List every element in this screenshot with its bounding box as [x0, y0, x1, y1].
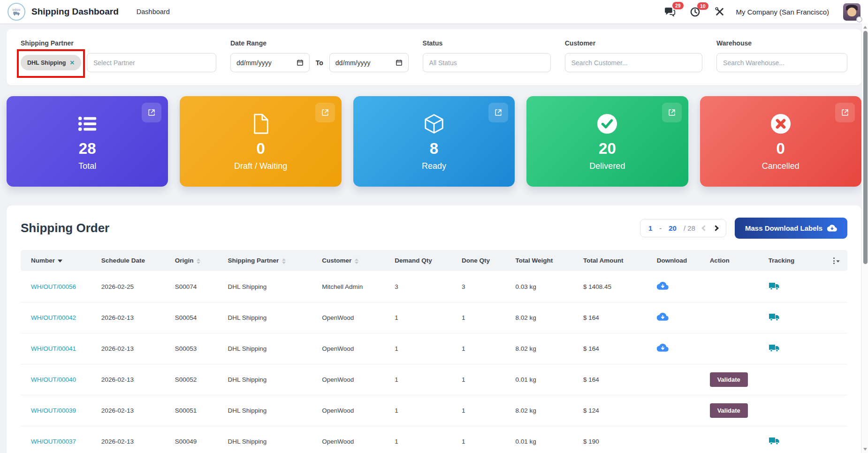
table-row[interactable]: WH/OUT/00041 2026-02-13 S00053 DHL Shipp…: [21, 333, 847, 364]
page-start[interactable]: 1: [648, 224, 652, 232]
date-from-input[interactable]: dd/mm/yyyy: [230, 53, 310, 72]
column-header[interactable]: Total Amount: [579, 250, 653, 271]
date-to-input[interactable]: dd/mm/yyyy: [329, 53, 409, 72]
table-row[interactable]: WH/OUT/00039 2026-02-13 S00051 DHL Shipp…: [21, 395, 847, 426]
activities-button[interactable]: 10: [690, 7, 700, 17]
stat-card-label: Ready: [422, 161, 446, 171]
cell-origin: S00051: [171, 395, 224, 426]
table-row[interactable]: WH/OUT/00037 2026-02-13 S00049 DHL Shipp…: [21, 426, 847, 453]
column-header[interactable]: Origin: [171, 250, 224, 271]
cell-total-weight: 0.01 kg: [512, 364, 579, 395]
stat-card-value: 0: [256, 140, 265, 157]
nav-item-dashboard[interactable]: Dashboard: [137, 8, 170, 15]
cell-schedule-date: 2026-02-25: [98, 271, 171, 302]
column-header[interactable]: Action: [706, 250, 765, 271]
sort-icon: [355, 258, 358, 264]
cell-gear: [822, 271, 847, 302]
external-link-icon: [147, 108, 156, 117]
column-header[interactable]: Download: [653, 250, 706, 271]
stat-card-ready[interactable]: 8 Ready: [353, 96, 515, 187]
download-label-icon[interactable]: [657, 342, 669, 354]
column-header[interactable]: Schedule Date: [98, 250, 171, 271]
cell-demand-qty: 1: [391, 302, 458, 333]
shipping-order-panel: Shipping Order 1 - 20 / 28 Mass Download…: [7, 205, 861, 453]
cell-download: [653, 426, 706, 453]
cell-demand-qty: 1: [391, 395, 458, 426]
debug-tools-button[interactable]: [715, 7, 725, 17]
sort-icon: [282, 258, 286, 264]
order-number-link[interactable]: WH/OUT/00037: [31, 438, 76, 445]
cell-total-amount: $ 164: [579, 333, 653, 364]
column-header[interactable]: Total Weight: [512, 250, 579, 271]
stat-card-draft[interactable]: 0 Draft / Waiting: [180, 96, 341, 187]
page-scrollbar[interactable]: [861, 23, 868, 453]
column-settings-button[interactable]: [822, 250, 847, 271]
column-header[interactable]: Shipping Partner: [224, 250, 318, 271]
messages-button[interactable]: 29: [664, 6, 676, 18]
status-select[interactable]: [423, 53, 551, 72]
download-label-icon[interactable]: [657, 280, 669, 292]
cell-schedule-date: 2026-02-13: [98, 333, 171, 364]
stat-card-cancelled[interactable]: 0 Cancelled: [700, 96, 861, 187]
order-number-link[interactable]: WH/OUT/00039: [31, 407, 76, 414]
open-records-button[interactable]: [488, 103, 508, 122]
table-row[interactable]: WH/OUT/00042 2026-02-13 S00054 DHL Shipp…: [21, 302, 847, 333]
cell-customer: OpenWood: [318, 364, 391, 395]
validate-button[interactable]: Validate: [710, 403, 748, 418]
chip-remove-icon[interactable]: ✕: [69, 59, 74, 66]
column-header[interactable]: Done Qty: [458, 250, 512, 271]
cell-total-weight: 8.02 kg: [512, 333, 579, 364]
dhl-shipping-chip[interactable]: DHL Shipping ✕: [21, 55, 81, 70]
order-number-link[interactable]: WH/OUT/00056: [31, 283, 76, 290]
cloud-download-icon: [827, 223, 837, 233]
shipping-partner-label: Shipping Partner: [21, 39, 216, 47]
open-records-button[interactable]: [315, 103, 335, 122]
cell-schedule-date: 2026-02-13: [98, 364, 171, 395]
column-header[interactable]: Demand Qty: [391, 250, 458, 271]
stat-card-delivered[interactable]: 20 Delivered: [526, 96, 688, 187]
partner-select-input[interactable]: [87, 53, 216, 72]
table-row[interactable]: WH/OUT/00040 2026-02-13 S00052 DHL Shipp…: [21, 364, 847, 395]
user-avatar[interactable]: [843, 3, 860, 21]
column-header[interactable]: Number: [21, 250, 98, 271]
logo-truck-icon: [13, 11, 21, 15]
mass-download-labels-button[interactable]: Mass Download Labels: [735, 218, 847, 239]
scroll-up-arrow[interactable]: [863, 26, 867, 29]
stat-card-icon: [76, 112, 98, 136]
odoo-logo-icon[interactable]: odoo: [8, 3, 25, 21]
page-end[interactable]: 20: [669, 224, 677, 232]
cell-gear: [822, 395, 847, 426]
open-records-button[interactable]: [142, 103, 161, 122]
open-records-button[interactable]: [662, 103, 682, 122]
stat-card-value: 0: [777, 140, 785, 157]
stat-card-total[interactable]: 28 Total: [7, 96, 168, 187]
company-name[interactable]: My Company (San Francisco): [736, 8, 829, 16]
prev-page-button[interactable]: [701, 225, 708, 231]
cell-download: [653, 271, 706, 302]
filter-shipping-partner: Shipping Partner DHL Shipping ✕: [21, 39, 216, 72]
page-dash: -: [659, 224, 662, 232]
order-number-link[interactable]: WH/OUT/00041: [31, 345, 76, 352]
column-header[interactable]: Customer: [318, 250, 391, 271]
filter-date-range: Date Range dd/mm/yyyy To dd/mm/yyyy: [230, 39, 409, 72]
warehouse-search-input[interactable]: [716, 53, 847, 72]
cell-total-weight: 8.02 kg: [512, 395, 579, 426]
cell-download: [653, 333, 706, 364]
scrollbar-thumb[interactable]: [863, 31, 868, 264]
tracking-truck-icon[interactable]: [769, 280, 780, 292]
cell-demand-qty: 1: [391, 333, 458, 364]
validate-button[interactable]: Validate: [710, 372, 748, 387]
column-header[interactable]: Tracking: [765, 250, 822, 271]
order-number-link[interactable]: WH/OUT/00040: [31, 376, 76, 383]
tracking-truck-icon[interactable]: [769, 311, 780, 323]
tracking-truck-icon[interactable]: [769, 435, 780, 446]
download-label-icon[interactable]: [657, 311, 669, 323]
table-row[interactable]: WH/OUT/00056 2026-02-25 S00074 DHL Shipp…: [21, 271, 847, 302]
next-page-button[interactable]: [713, 225, 719, 231]
customer-search-input[interactable]: [565, 53, 702, 72]
scroll-down-arrow[interactable]: [863, 448, 867, 451]
tracking-truck-icon[interactable]: [769, 342, 780, 354]
order-number-link[interactable]: WH/OUT/00042: [31, 314, 76, 321]
cell-customer: Mitchell Admin: [318, 271, 391, 302]
open-records-button[interactable]: [835, 103, 855, 122]
